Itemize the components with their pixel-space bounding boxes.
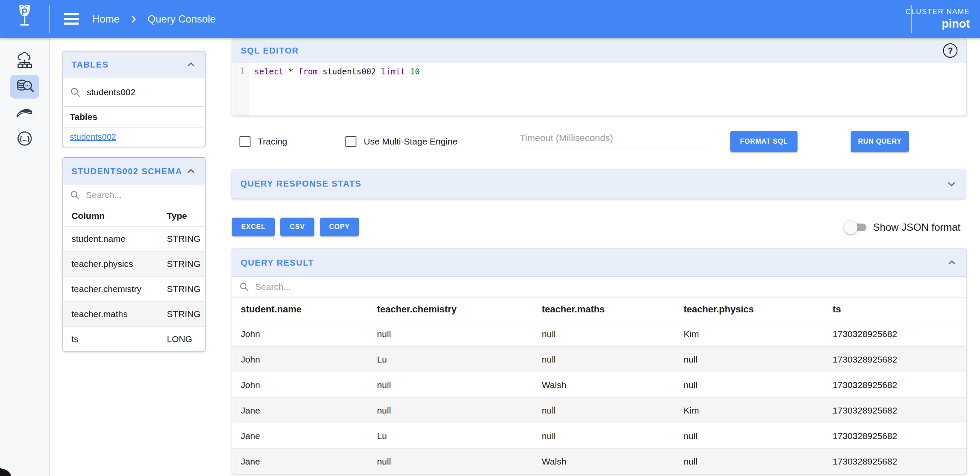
breadcrumb-home-link[interactable]: Home	[92, 13, 120, 25]
nav-query-console-icon[interactable]	[10, 75, 39, 99]
schema-table: Column Type student.nameSTRINGteacher.ph…	[63, 205, 205, 351]
schema-col-type: STRING	[158, 252, 205, 277]
collapse-up-icon[interactable]	[185, 166, 197, 177]
schema-search-input[interactable]	[85, 190, 202, 201]
result-search-input[interactable]	[254, 281, 959, 292]
pinot-logo-icon[interactable]	[15, 3, 34, 35]
result-column-header[interactable]: teacher.chemistry	[368, 298, 533, 321]
sql-editor-panel: SQL EDITOR ? 1 select * from students002…	[232, 39, 966, 116]
schema-row: teacher.chemistrySTRING	[63, 277, 205, 302]
result-row: JohnLunullnull1730328925682	[232, 347, 966, 372]
result-row: JaneLunullnull1730328925682	[232, 423, 966, 449]
schema-type-header[interactable]: Type	[158, 205, 205, 227]
schema-panel-title: STUDENTS002 SCHEMA	[71, 167, 182, 176]
result-cell: Lu	[368, 347, 533, 372]
result-row: JohnnullnullKim1730328925682	[232, 321, 966, 347]
tracing-checkbox[interactable]	[239, 136, 251, 147]
search-icon	[70, 87, 81, 98]
result-cell: John	[232, 347, 368, 372]
schema-col-name: teacher.physics	[63, 252, 158, 277]
result-cell: null	[533, 423, 675, 449]
result-cell: Kim	[675, 398, 824, 423]
result-column-header[interactable]: ts	[824, 298, 966, 321]
result-table: student.nameteacher.chemistryteacher.mat…	[232, 298, 966, 474]
schema-col-type: STRING	[158, 302, 205, 327]
result-cell: null	[368, 372, 533, 398]
collapse-down-icon[interactable]	[946, 178, 957, 190]
result-cell: null	[675, 449, 824, 474]
result-row: JanenullnullKim1730328925682	[232, 398, 966, 423]
multistage-checkbox[interactable]	[345, 136, 356, 147]
schema-col-type: STRING	[158, 277, 205, 302]
run-query-button[interactable]: RUN QUERY	[851, 131, 909, 152]
schema-column-header[interactable]: Column	[63, 205, 158, 227]
schema-row: student.nameSTRING	[63, 227, 205, 252]
menu-toggle-icon[interactable]	[64, 13, 79, 25]
schema-row: teacher.mathsSTRING	[63, 302, 205, 327]
query-options-row: Tracing Use Multi-Stage Engine FORMAT SQ…	[232, 128, 966, 156]
multistage-checkbox-group[interactable]: Use Multi-Stage Engine	[345, 128, 458, 156]
tables-panel-title: TABLES	[71, 60, 109, 70]
timeout-input[interactable]	[520, 133, 707, 148]
schema-panel-header[interactable]: STUDENTS002 SCHEMA	[63, 158, 205, 185]
json-format-toggle-group: Show JSON format	[845, 218, 960, 237]
result-cell: null	[675, 423, 824, 449]
tables-search-input[interactable]	[86, 87, 203, 98]
show-json-toggle-label: Show JSON format	[873, 221, 960, 233]
breadcrumb-current: Query Console	[148, 13, 216, 25]
tracing-checkbox-group[interactable]: Tracing	[239, 128, 287, 156]
format-sql-button[interactable]: FORMAT SQL	[730, 131, 798, 152]
tables-panel-header[interactable]: TABLES	[63, 51, 205, 78]
sql-token: students002	[322, 67, 376, 76]
result-cell: null	[675, 347, 824, 372]
nav-zookeeper-icon[interactable]	[10, 101, 39, 125]
collapse-up-icon[interactable]	[946, 257, 957, 268]
query-response-stats-panel[interactable]: QUERY RESPONSE STATS	[232, 169, 966, 198]
result-column-header[interactable]: teacher.maths	[533, 298, 675, 321]
sql-token: 10	[410, 67, 420, 76]
tables-search-row	[63, 78, 205, 107]
sql-token: from	[298, 67, 318, 76]
result-cell: null	[368, 398, 533, 423]
result-cell: Walsh	[533, 449, 675, 474]
schema-col-name: teacher.chemistry	[63, 277, 158, 302]
collapse-up-icon[interactable]	[185, 59, 197, 70]
nav-cluster-manager-icon[interactable]	[10, 50, 39, 74]
sql-code-line[interactable]: select * from students002 limit 10	[248, 62, 420, 116]
nav-swagger-icon[interactable]: {…}	[10, 127, 39, 150]
result-cell: 1730328925682	[824, 449, 966, 474]
copy-button[interactable]: COPY	[320, 218, 359, 236]
result-cell: John	[232, 321, 368, 347]
result-column-header[interactable]: teacher.physics	[675, 298, 824, 321]
breadcrumb: Home Query Console	[92, 0, 216, 38]
search-icon	[70, 190, 80, 200]
show-json-toggle[interactable]	[845, 224, 866, 231]
sql-token	[405, 67, 410, 76]
result-cell: Jane	[232, 423, 368, 449]
table-link-students002[interactable]: students002	[70, 132, 116, 142]
chevron-right-icon	[129, 14, 138, 24]
timeout-field-wrap	[520, 133, 707, 148]
result-column-header[interactable]: student.name	[232, 298, 368, 321]
sql-token	[318, 67, 322, 76]
export-buttons: EXCELCSVCOPY	[232, 218, 359, 236]
cluster-info: CLUSTER NAME pinot	[906, 0, 970, 38]
sql-token: limit	[381, 67, 405, 76]
excel-button[interactable]: EXCEL	[232, 218, 275, 236]
help-icon[interactable]: ?	[943, 43, 957, 58]
schema-col-name: ts	[63, 327, 158, 352]
sql-editor-area[interactable]: 1 select * from students002 limit 10	[232, 62, 966, 116]
sql-token: *	[288, 67, 293, 76]
result-cell: John	[232, 372, 368, 398]
query-result-header[interactable]: QUERY RESULT	[232, 249, 966, 277]
schema-row: teacher.physicsSTRING	[63, 252, 205, 277]
sql-editor-header: SQL EDITOR ?	[232, 39, 966, 62]
schema-col-name: student.name	[63, 227, 158, 252]
schema-col-type: LONG	[158, 327, 205, 352]
result-cell: null	[533, 398, 675, 423]
search-icon	[239, 282, 249, 292]
tables-list-header: Tables	[63, 107, 205, 128]
query-response-stats-title: QUERY RESPONSE STATS	[240, 179, 362, 189]
result-cell: 1730328925682	[824, 347, 966, 372]
csv-button[interactable]: CSV	[280, 218, 314, 236]
